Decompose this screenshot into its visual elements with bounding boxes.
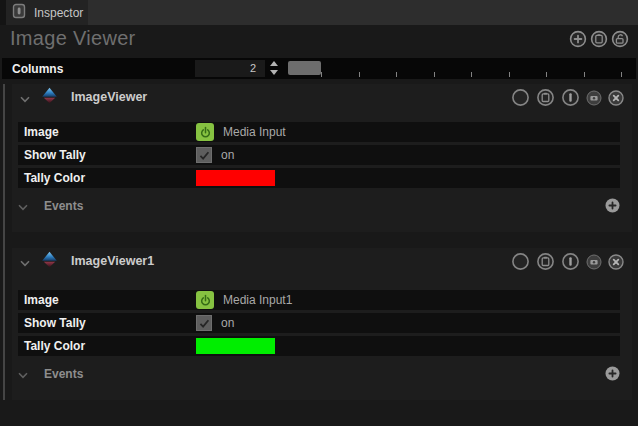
- component-section-imageviewer1: ImageViewer1: [12, 248, 632, 400]
- power-toggle[interactable]: [196, 291, 214, 309]
- events-label: Events: [44, 367, 83, 381]
- chevron-down-icon[interactable]: [18, 365, 28, 383]
- property-row-image: Image Media Input1: [18, 290, 620, 310]
- property-row-show-tally: Show Tally on: [18, 145, 620, 165]
- spinner-down-icon[interactable]: [270, 70, 278, 75]
- events-row: Events: [12, 196, 632, 216]
- media-input-link[interactable]: Media Input: [223, 125, 286, 139]
- slider-tick: [434, 72, 435, 77]
- section-header: ImageViewer1: [12, 248, 632, 274]
- tab-bar: Inspector: [0, 0, 638, 25]
- slider-tick: [396, 72, 397, 77]
- close-icon[interactable]: [608, 90, 624, 106]
- property-label: Tally Color: [24, 171, 85, 185]
- tab-inspector[interactable]: Inspector: [6, 0, 88, 25]
- checkbox-state-label: on: [221, 316, 234, 330]
- columns-slider-handle[interactable]: [288, 61, 321, 75]
- paste-icon[interactable]: [536, 88, 555, 107]
- slider-tick: [621, 72, 622, 77]
- checkbox-checked-icon[interactable]: [196, 147, 212, 163]
- slider-tick: [471, 72, 472, 77]
- power-toggle[interactable]: [196, 123, 214, 141]
- camera-icon[interactable]: [586, 90, 602, 106]
- section-header: ImageViewer: [12, 84, 632, 110]
- add-icon[interactable]: [569, 30, 587, 48]
- property-row-show-tally: Show Tally on: [18, 313, 620, 333]
- section-toolbar: [511, 252, 624, 271]
- title-toolbar: [569, 30, 629, 48]
- component-section-imageviewer: ImageViewer: [12, 84, 632, 232]
- tab-label: Inspector: [34, 6, 83, 20]
- property-label: Image: [24, 293, 59, 307]
- color-swatch[interactable]: [196, 170, 275, 186]
- component-diamond-icon: [41, 251, 58, 272]
- close-icon[interactable]: [608, 254, 624, 270]
- property-row-tally-color: Tally Color: [18, 336, 620, 356]
- slider-tick: [321, 72, 322, 77]
- events-label: Events: [44, 199, 83, 213]
- chevron-down-icon[interactable]: [20, 253, 30, 271]
- spinner-up-icon[interactable]: [270, 61, 278, 66]
- checkbox-checked-icon[interactable]: [196, 315, 212, 331]
- add-event-button[interactable]: [605, 198, 620, 217]
- panel-left-edge: [3, 84, 5, 400]
- panel-icon: [11, 3, 27, 23]
- paste-icon[interactable]: [536, 252, 555, 271]
- property-label: Show Tally: [24, 148, 86, 162]
- chevron-down-icon[interactable]: [20, 89, 30, 107]
- property-rows: Image Media Input Show Tally: [18, 122, 620, 188]
- property-label: Tally Color: [24, 339, 85, 353]
- page-title: Image Viewer: [10, 27, 136, 50]
- section-title: ImageViewer1: [71, 254, 154, 268]
- events-row: Events: [12, 364, 632, 384]
- columns-value-field[interactable]: 2: [195, 60, 265, 77]
- camera-icon[interactable]: [586, 254, 602, 270]
- property-row-image: Image Media Input: [18, 122, 620, 142]
- property-row-tally-color: Tally Color: [18, 168, 620, 188]
- unlock-icon[interactable]: [611, 30, 629, 48]
- bar-icon[interactable]: [561, 252, 580, 271]
- columns-spinner[interactable]: [270, 61, 278, 75]
- inspector-window: Inspector Image Viewer Co: [0, 0, 638, 426]
- checkbox-state-label: on: [221, 148, 234, 162]
- state-circle-icon[interactable]: [511, 88, 530, 107]
- bar-icon[interactable]: [561, 88, 580, 107]
- media-input-link[interactable]: Media Input1: [223, 293, 292, 307]
- section-toolbar: [511, 88, 624, 107]
- property-label: Image: [24, 125, 59, 139]
- slider-tick: [359, 72, 360, 77]
- paste-icon[interactable]: [590, 30, 608, 48]
- color-swatch[interactable]: [196, 338, 275, 354]
- columns-slider[interactable]: [288, 58, 636, 79]
- section-title: ImageViewer: [71, 90, 147, 104]
- slider-tick: [509, 72, 510, 77]
- slider-tick: [584, 72, 585, 77]
- component-diamond-icon: [41, 87, 58, 108]
- columns-row: Columns 2: [2, 58, 636, 79]
- slider-tick: [546, 72, 547, 77]
- property-rows: Image Media Input1 Show Tally: [18, 290, 620, 356]
- chevron-down-icon[interactable]: [18, 197, 28, 215]
- columns-label: Columns: [12, 62, 63, 76]
- add-event-button[interactable]: [605, 366, 620, 385]
- property-label: Show Tally: [24, 316, 86, 330]
- state-circle-icon[interactable]: [511, 252, 530, 271]
